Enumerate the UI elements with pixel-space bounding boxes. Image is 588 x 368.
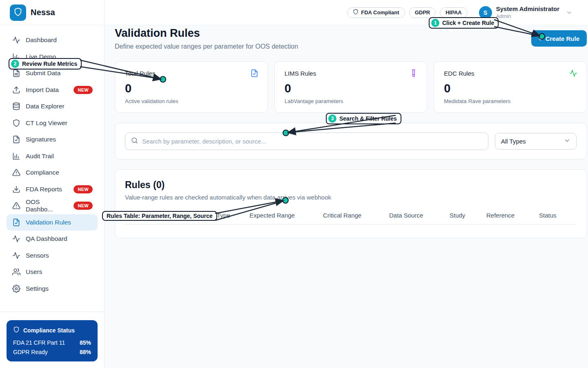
sidebar-item-label: Data Explorer — [26, 103, 65, 110]
sidebar-item-label: Validation Rules — [26, 219, 71, 226]
badge-hipaa: HIPAA — [440, 7, 467, 18]
compliance-row-label: FDA 21 CFR Part 11 — [13, 339, 65, 346]
sidebar-item-ct-log-viewer[interactable]: CT Log Viewer — [7, 115, 98, 131]
rules-title: Rules (0) — [125, 180, 577, 191]
badge-gdpr: GDPR — [409, 7, 436, 18]
shield-icon — [12, 119, 20, 127]
bar-chart-icon — [12, 53, 20, 61]
sidebar-item-validation-rules[interactable]: Validation Rules — [7, 214, 98, 231]
search-input[interactable] — [142, 138, 482, 145]
stat-title: Total Rules — [125, 70, 258, 77]
rules-subtitle: Value-range rules are checked automatica… — [125, 194, 577, 201]
new-badge: NEW — [74, 185, 93, 193]
bar-chart-icon — [12, 152, 20, 160]
app-logo-row: Nessa — [0, 0, 104, 25]
chevron-down-icon — [566, 9, 572, 16]
file-check-icon — [12, 135, 20, 144]
compliance-status-card: Compliance Status FDA 21 CFR Part 11 85%… — [7, 320, 98, 361]
chevron-down-icon — [564, 137, 570, 145]
rules-panel: Rules (0) Value-range rules are checked … — [115, 169, 587, 238]
compliance-row-gdpr: GDPR Ready 88% — [13, 349, 91, 355]
shield-icon — [353, 9, 359, 16]
column-header-parameter: Parameter — [125, 212, 217, 219]
column-header-expected-range: Expected Range — [249, 212, 323, 219]
activity-icon — [12, 235, 20, 243]
activity-icon — [12, 251, 20, 260]
stat-title: LIMS Rules — [285, 70, 417, 77]
shield-icon — [13, 7, 22, 18]
search-box[interactable] — [125, 132, 488, 150]
sidebar-item-compliance[interactable]: Compliance — [7, 164, 98, 181]
badge-label: FDA Compliant — [361, 9, 399, 16]
sidebar-item-label: Compliance — [26, 169, 59, 176]
avatar: S — [479, 6, 492, 19]
badge-fda-compliant: FDA Compliant — [347, 7, 405, 18]
sidebar-item-data-explorer[interactable]: Data Explorer — [7, 98, 98, 114]
search-filter-panel: All Types — [115, 123, 587, 159]
sidebar-item-label: Live Demo — [26, 53, 56, 61]
download-icon — [12, 185, 20, 193]
create-rule-button[interactable]: + Create Rule — [531, 30, 587, 47]
stat-caption: LabVantage parameters — [285, 98, 417, 104]
column-header-type: Type — [217, 212, 249, 219]
sidebar-item-fda-reports[interactable]: FDA Reports NEW — [7, 181, 98, 197]
sidebar-item-signatures[interactable]: Signatures — [7, 131, 98, 148]
user-name: System Administrator — [496, 5, 559, 13]
stat-value: 0 — [285, 82, 417, 95]
sidebar-item-label: FDA Reports — [26, 186, 62, 193]
stat-caption: Active validation rules — [125, 98, 258, 104]
shield-icon — [13, 326, 20, 334]
compliance-row-value: 85% — [80, 339, 91, 346]
sidebar-item-audit-trail[interactable]: Audit Trail — [7, 148, 98, 164]
new-badge: NEW — [74, 202, 93, 210]
compliance-row-value: 88% — [80, 349, 91, 355]
sidebar-item-import-data[interactable]: Import Data NEW — [7, 82, 98, 98]
column-header-critical-range: Critical Range — [323, 212, 389, 219]
sidebar-item-users[interactable]: Users — [7, 264, 98, 280]
sidebar-item-dashboard[interactable]: Dashboard — [7, 32, 98, 48]
type-filter-select[interactable]: All Types — [495, 133, 577, 150]
sidebar-item-oos-dashboard[interactable]: OOS Dashbo... NEW — [7, 197, 98, 214]
user-menu[interactable]: S System Administrator Admin — [479, 5, 572, 19]
create-rule-label: Create Rule — [546, 35, 579, 42]
sidebar-item-label: Users — [26, 268, 42, 276]
stat-card-lims-rules: LIMS Rules 0 LabVantage parameters — [274, 61, 428, 113]
app-logo — [10, 4, 26, 21]
search-icon — [131, 137, 138, 146]
sidebar-item-label: Signatures — [26, 136, 56, 143]
sidebar-item-label: Sensors — [26, 252, 49, 259]
compliance-row-label: GDPR Ready — [13, 349, 48, 355]
alert-triangle-icon — [12, 168, 20, 177]
column-header-status: Status — [539, 212, 577, 219]
alert-triangle-icon — [12, 202, 20, 210]
column-header-data-source: Data Source — [389, 212, 450, 219]
sidebar-item-label: Dashboard — [26, 36, 57, 44]
sidebar-item-live-demo[interactable]: Live Demo — [7, 49, 98, 65]
file-check-icon — [250, 69, 258, 77]
sidebar-item-sensors[interactable]: Sensors — [7, 247, 98, 264]
sidebar-item-qa-dashboard[interactable]: QA Dashboard — [7, 231, 98, 247]
sidebar-item-label: Submit Data — [26, 70, 60, 77]
stats-row: Total Rules 0 Active validation rules LI… — [115, 61, 587, 113]
activity-icon — [12, 36, 20, 44]
compliance-row-fda: FDA 21 CFR Part 11 85% — [13, 339, 91, 346]
sidebar-bottom-section: Compliance Status FDA 21 CFR Part 11 85%… — [0, 312, 104, 368]
upload-icon — [12, 86, 20, 94]
sidebar-item-label: OOS Dashbo... — [26, 198, 68, 213]
column-header-reference: Reference — [486, 212, 539, 219]
main-content: Validation Rules Define expected value r… — [105, 25, 588, 238]
sidebar-item-label: Import Data — [26, 86, 59, 94]
page-subtitle: Define expected value ranges per paramet… — [115, 43, 298, 50]
test-tube-icon — [410, 69, 418, 77]
user-role: Admin — [496, 13, 559, 20]
sidebar-item-label: CT Log Viewer — [26, 119, 67, 127]
type-filter-value: All Types — [501, 138, 526, 145]
sidebar-item-label: QA Dashboard — [26, 235, 67, 242]
users-icon — [12, 268, 20, 276]
plus-icon: + — [539, 35, 542, 42]
page-title: Validation Rules — [115, 27, 298, 40]
sidebar-item-settings[interactable]: Settings — [7, 280, 98, 297]
activity-icon — [569, 69, 577, 77]
badge-label: GDPR — [415, 9, 430, 16]
sidebar-item-submit-data[interactable]: Submit Data — [7, 65, 98, 81]
